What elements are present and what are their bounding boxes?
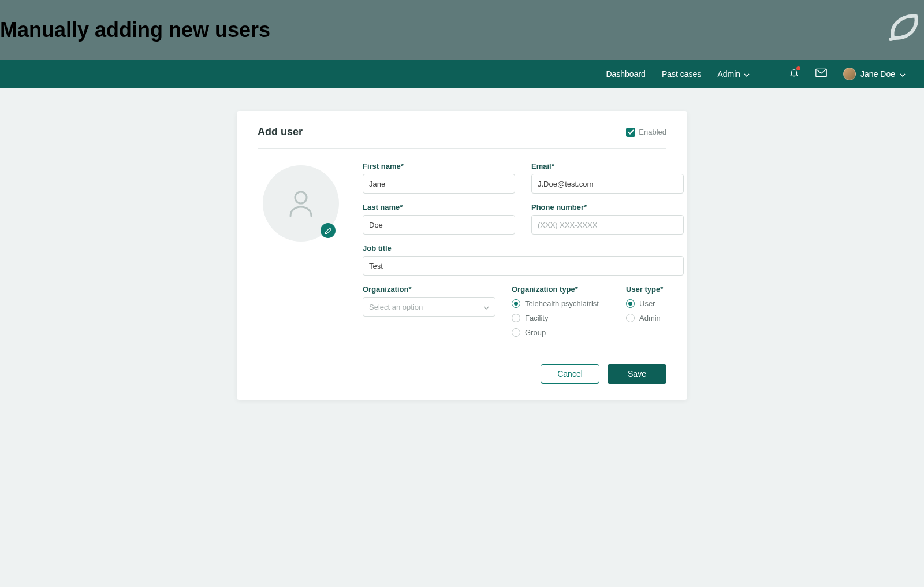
- last-name-field: Last name*: [363, 203, 515, 235]
- nav-past-cases[interactable]: Past cases: [662, 69, 701, 79]
- organization-placeholder: Select an option: [369, 303, 423, 311]
- card-title: Add user: [258, 126, 303, 138]
- email-input[interactable]: [531, 174, 684, 194]
- nav-dashboard[interactable]: Dashboard: [606, 69, 646, 79]
- nav-admin[interactable]: Admin: [717, 69, 750, 79]
- first-name-label: First name*: [363, 162, 515, 170]
- save-label: Save: [628, 369, 646, 378]
- job-title-label: Job title: [363, 244, 684, 252]
- phone-label: Phone number*: [531, 203, 684, 211]
- user-type-option-user[interactable]: User: [626, 299, 684, 308]
- organization-label: Organization*: [363, 285, 495, 294]
- radio-icon: [512, 314, 520, 322]
- chevron-down-icon: [744, 69, 750, 79]
- chevron-down-icon: [900, 69, 906, 79]
- org-type-option-facility[interactable]: Facility: [512, 314, 610, 322]
- fields-column: First name* Email* Last name* Phone numb: [363, 162, 684, 337]
- radio-label: User: [639, 299, 655, 308]
- avatar-edit-button[interactable]: [321, 223, 336, 238]
- enabled-label: Enabled: [639, 128, 666, 136]
- organization-field: Organization* Select an option: [363, 285, 495, 337]
- notifications-button[interactable]: [789, 68, 799, 80]
- organization-select[interactable]: Select an option: [363, 297, 495, 317]
- org-type-label: Organization type*: [512, 285, 610, 294]
- notification-badge: [796, 66, 800, 70]
- radio-label: Admin: [639, 314, 661, 322]
- pencil-icon: [325, 227, 332, 235]
- user-menu[interactable]: Jane Doe: [843, 68, 906, 80]
- nav-admin-label: Admin: [717, 69, 740, 79]
- phone-input[interactable]: [531, 215, 684, 235]
- nav-dashboard-label: Dashboard: [606, 69, 646, 79]
- email-field: Email*: [531, 162, 684, 194]
- envelope-icon: [815, 68, 827, 80]
- job-title-field: Job title: [363, 244, 684, 276]
- avatar-column: [258, 162, 344, 337]
- email-label: Email*: [531, 162, 684, 170]
- slide-title: Manually adding new users: [0, 18, 270, 42]
- radio-icon: [512, 328, 520, 337]
- radio-icon: [626, 299, 635, 308]
- user-name: Jane Doe: [860, 69, 895, 79]
- radio-icon: [626, 314, 635, 322]
- first-name-input[interactable]: [363, 174, 515, 194]
- leaf-logo-icon: [887, 12, 924, 45]
- last-name-input[interactable]: [363, 215, 515, 235]
- first-name-field: First name*: [363, 162, 515, 194]
- radio-label: Group: [525, 328, 546, 337]
- user-type-label: User type*: [626, 285, 684, 294]
- save-button[interactable]: Save: [608, 364, 666, 384]
- last-name-label: Last name*: [363, 203, 515, 211]
- form-body: First name* Email* Last name* Phone numb: [258, 162, 666, 337]
- top-navbar: Dashboard Past cases Admin Jane Doe: [0, 60, 924, 88]
- job-title-input[interactable]: [363, 256, 684, 276]
- slide-banner: Manually adding new users: [0, 0, 924, 60]
- radio-icon: [512, 299, 520, 308]
- org-type-group: Organization type* Telehealth psychiatri…: [512, 285, 610, 337]
- messages-button[interactable]: [815, 68, 827, 80]
- user-type-option-admin[interactable]: Admin: [626, 314, 684, 322]
- org-type-option-group[interactable]: Group: [512, 328, 610, 337]
- radio-label: Telehealth psychiatrist: [525, 299, 599, 308]
- nav-past-cases-label: Past cases: [662, 69, 701, 79]
- card-footer: Cancel Save: [258, 352, 666, 384]
- enabled-checkbox[interactable]: [626, 128, 635, 137]
- add-user-card: Add user Enabled: [237, 111, 687, 400]
- cancel-button[interactable]: Cancel: [541, 364, 599, 384]
- org-type-option-telehealth[interactable]: Telehealth psychiatrist: [512, 299, 610, 308]
- card-header: Add user Enabled: [258, 126, 666, 149]
- user-type-group: User type* User Admin: [626, 285, 684, 337]
- phone-field: Phone number*: [531, 203, 684, 235]
- cancel-label: Cancel: [557, 369, 583, 378]
- person-icon: [285, 187, 317, 220]
- svg-point-1: [295, 192, 307, 203]
- user-avatar: [843, 68, 856, 80]
- avatar-wrap: [263, 165, 339, 242]
- chevron-down-icon: [483, 303, 489, 311]
- enabled-toggle[interactable]: Enabled: [626, 128, 666, 137]
- check-icon: [628, 129, 634, 135]
- radio-label: Facility: [525, 314, 548, 322]
- page-content: Add user Enabled: [0, 88, 924, 400]
